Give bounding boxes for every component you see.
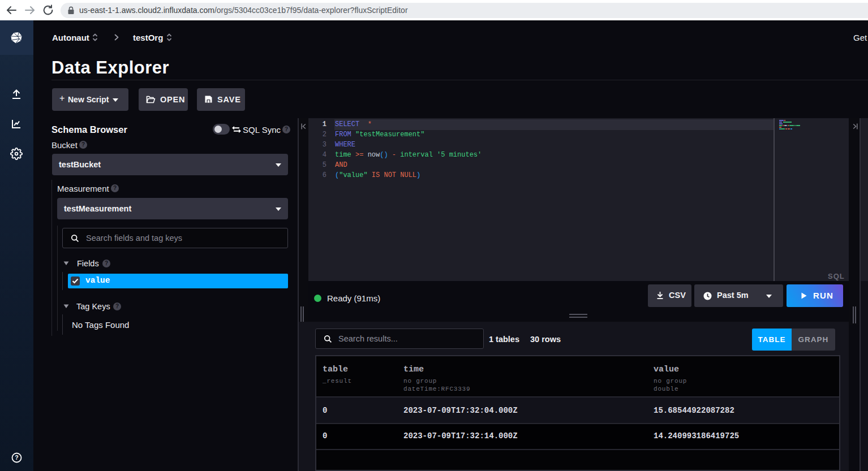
svg-text:?: ? bbox=[15, 454, 18, 461]
